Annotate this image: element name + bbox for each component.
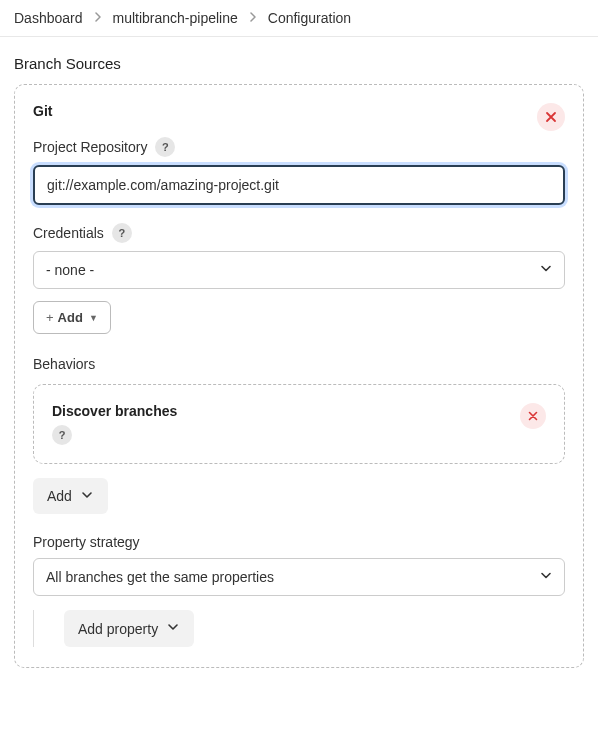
repository-input[interactable] xyxy=(33,165,565,205)
source-panel: Git Project Repository ? Credentials ? -… xyxy=(14,84,584,668)
add-behavior-label: Add xyxy=(47,488,72,504)
repository-label: Project Repository xyxy=(33,139,147,155)
section-title: Branch Sources xyxy=(0,37,598,84)
chevron-down-icon xyxy=(80,488,94,504)
remove-source-button[interactable] xyxy=(537,103,565,131)
add-property-label: Add property xyxy=(78,621,158,637)
breadcrumb-configuration[interactable]: Configuration xyxy=(268,10,351,26)
add-credentials-label: Add xyxy=(58,310,83,325)
breadcrumb-pipeline[interactable]: multibranch-pipeline xyxy=(113,10,238,26)
remove-behavior-button[interactable] xyxy=(520,403,546,429)
chevron-right-icon xyxy=(89,11,107,25)
breadcrumb-dashboard[interactable]: Dashboard xyxy=(14,10,83,26)
caret-down-icon: ▼ xyxy=(89,313,98,323)
chevron-down-icon xyxy=(166,620,180,637)
behavior-panel: Discover branches ? xyxy=(33,384,565,464)
credentials-label: Credentials xyxy=(33,225,104,241)
close-icon xyxy=(527,410,539,422)
property-strategy-label: Property strategy xyxy=(33,534,565,550)
help-icon[interactable]: ? xyxy=(112,223,132,243)
chevron-right-icon xyxy=(244,11,262,25)
breadcrumb: Dashboard multibranch-pipeline Configura… xyxy=(0,0,598,37)
behavior-title: Discover branches xyxy=(52,403,177,419)
plus-icon: + xyxy=(46,310,54,325)
source-title: Git xyxy=(33,103,52,119)
credentials-select[interactable]: - none - xyxy=(33,251,565,289)
property-strategy-select[interactable]: All branches get the same properties xyxy=(33,558,565,596)
help-icon[interactable]: ? xyxy=(52,425,72,445)
help-icon[interactable]: ? xyxy=(155,137,175,157)
add-credentials-button[interactable]: + Add ▼ xyxy=(33,301,111,334)
behaviors-label: Behaviors xyxy=(33,356,565,372)
add-property-button[interactable]: Add property xyxy=(64,610,194,647)
add-behavior-button[interactable]: Add xyxy=(33,478,108,514)
close-icon xyxy=(544,110,558,124)
